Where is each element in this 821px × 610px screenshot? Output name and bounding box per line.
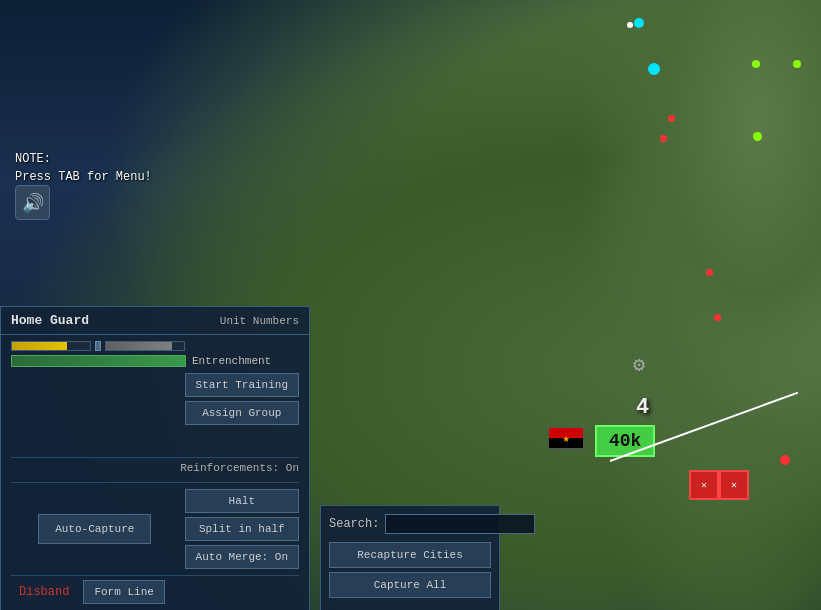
auto-capture-button[interactable]: Auto-Capture [38,514,151,544]
unit-flag: ★ [548,427,584,449]
entrenchment-label: Entrenchment [192,355,272,367]
reinforcements-row: Reinforcements: On [11,457,299,478]
entrenchment-bar [11,355,186,367]
capture-all-button[interactable]: Capture All [329,572,491,598]
split-button[interactable]: Split in half [185,517,299,541]
bottom-buttons-row: Auto-Capture Halt Split in half Auto Mer… [11,482,299,575]
map-marker-red-1 [668,115,675,122]
map-marker-red-4 [714,314,721,321]
note-text: NOTE: Press TAB for Menu! [15,150,152,186]
assign-group-button[interactable]: Assign Group [185,401,299,425]
auto-merge-button[interactable]: Auto Merge: On [185,545,299,569]
xp-bar-1 [11,341,91,351]
xp-fill-1 [12,342,67,350]
xp-fill-2 [106,342,172,350]
bottom-right-area: Halt Split in half Auto Merge: On [179,483,299,575]
note-line2: Press TAB for Menu! [15,168,152,186]
panel-header: Home Guard Unit Numbers [1,307,309,335]
army-unit-1: ✕ [689,470,719,500]
recapture-cities-button[interactable]: Recapture Cities [329,542,491,568]
coastline [501,0,821,610]
sound-button[interactable]: 🔊 [15,185,50,220]
map-marker-white-1 [627,22,633,28]
unit-strength-badge: 40k [595,425,655,457]
map-marker-green-2 [793,60,801,68]
left-actions [11,373,185,453]
search-panel: Search: Recapture Cities Capture All [320,505,500,610]
panel-title: Home Guard [11,313,89,328]
map-marker-red-5 [780,455,790,465]
map-marker-red-2 [660,135,667,142]
flag-emblem: ★ [562,431,569,446]
right-actions: Start Training Assign Group [185,373,299,453]
sound-icon: 🔊 [22,192,44,214]
map-marker-red-3 [706,269,713,276]
left-spacer [11,373,179,453]
search-input[interactable] [385,514,535,534]
left-panel: Home Guard Unit Numbers Entrenchment [0,306,310,610]
map-marker-cyan-1 [634,18,644,28]
disband-row: Disband Form Line [11,575,299,604]
note-line1: NOTE: [15,150,152,168]
search-label: Search: [329,517,379,531]
actions-area: Start Training Assign Group [11,373,299,453]
disband-button[interactable]: Disband [11,581,77,603]
unit-number-display: 4 [636,395,649,420]
army-unit-2: ✕ [719,470,749,500]
search-row: Search: [329,514,491,534]
start-training-button[interactable]: Start Training [185,373,299,397]
unit-numbers-label: Unit Numbers [220,315,299,327]
entrenchment-row: Entrenchment [11,355,299,367]
xp-pip [95,341,101,351]
map-marker-cyan-2 [648,63,660,75]
bottom-left-area: Auto-Capture [11,483,179,575]
reinforcements-label: Reinforcements: On [180,462,299,474]
halt-button[interactable]: Halt [185,489,299,513]
map-marker-green-3 [753,132,762,141]
xp-bar-row [11,341,299,351]
tank-unit-icon: ⚙ [633,352,645,377]
xp-bar-2 [105,341,185,351]
map-marker-green-1 [752,60,760,68]
form-line-button[interactable]: Form Line [83,580,164,604]
panel-body: Entrenchment Start Training Assign Group… [1,335,309,610]
